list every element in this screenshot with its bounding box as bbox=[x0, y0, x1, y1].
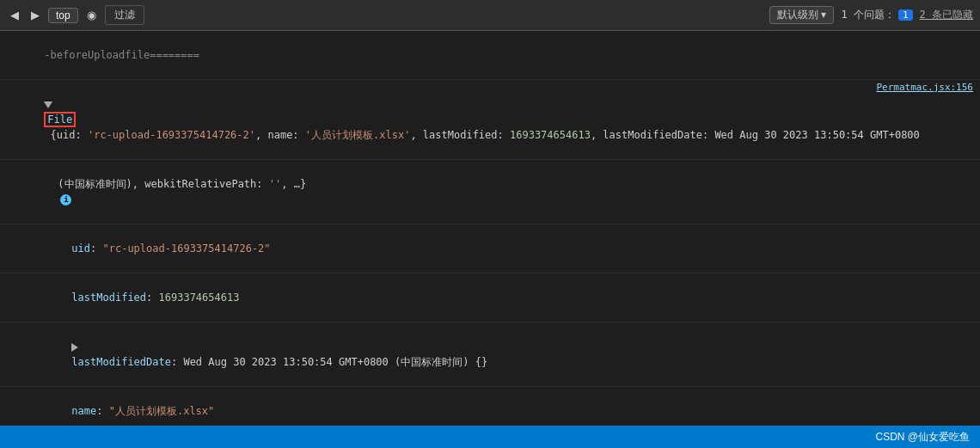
log-line: (中国标准时间), webkitRelativePath: '', …} i bbox=[0, 160, 980, 224]
status-bar: CSDN @仙女爱吃鱼 bbox=[0, 426, 980, 448]
info-icon[interactable]: i bbox=[60, 194, 71, 206]
log-line: name: "人员计划模板.xlsx" bbox=[0, 387, 980, 426]
issues-label: 1 个问题： bbox=[841, 8, 894, 22]
top-select[interactable]: top bbox=[48, 8, 78, 23]
hidden-count[interactable]: 2 条已隐藏 bbox=[920, 8, 973, 22]
toolbar-left: ◀ ▶ top ◉ 过滤 bbox=[7, 5, 764, 25]
eye-button[interactable]: ◉ bbox=[83, 7, 100, 23]
level-select[interactable]: 默认级别 ▾ bbox=[769, 6, 834, 24]
expand-icon[interactable] bbox=[71, 343, 78, 352]
log-line: lastModified: 1693374654613 bbox=[0, 273, 980, 322]
filter-button[interactable]: 过滤 bbox=[105, 5, 144, 25]
expand-icon[interactable] bbox=[44, 101, 52, 108]
back-button[interactable]: ◀ bbox=[7, 7, 22, 23]
file-ref[interactable]: Permatmac.jsx:156 bbox=[876, 82, 973, 93]
issues-badge: 1 个问题： 1 bbox=[841, 8, 912, 22]
log-line: lastModifiedDate: Wed Aug 30 2023 13:50:… bbox=[0, 322, 980, 387]
section-label: -beforeUploadfile======== bbox=[44, 49, 199, 61]
forward-button[interactable]: ▶ bbox=[28, 7, 43, 23]
toolbar: ◀ ▶ top ◉ 过滤 默认级别 ▾ 1 个问题： 1 2 条已隐藏 bbox=[0, 0, 980, 31]
toolbar-right: 默认级别 ▾ 1 个问题： 1 2 条已隐藏 bbox=[769, 6, 973, 24]
status-text: CSDN @仙女爱吃鱼 bbox=[875, 430, 970, 445]
log-line: File {uid: 'rc-upload-1693375414726-2', … bbox=[0, 80, 980, 160]
log-line: -beforeUploadfile======== bbox=[0, 31, 980, 80]
issue-count: 1 bbox=[898, 9, 913, 21]
red-box-file: File bbox=[44, 112, 76, 127]
console-body: -beforeUploadfile======== File {uid: 'rc… bbox=[0, 31, 980, 426]
log-line: uid: "rc-upload-1693375414726-2" bbox=[0, 224, 980, 273]
